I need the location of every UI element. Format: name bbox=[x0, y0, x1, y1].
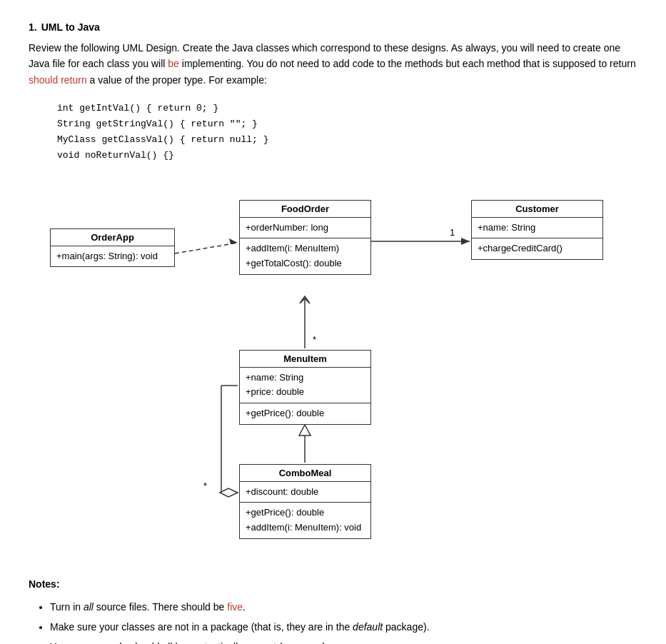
uml-title-combomeal: ComboMeal bbox=[240, 465, 370, 482]
notes-list: Turn in all source files. There should b… bbox=[29, 597, 637, 644]
svg-text:1: 1 bbox=[450, 227, 455, 238]
uml-title-menuitem: MenuItem bbox=[240, 351, 370, 368]
svg-marker-9 bbox=[299, 425, 311, 436]
uml-attrs-customer: +name: String bbox=[472, 218, 602, 238]
svg-marker-6 bbox=[300, 296, 310, 303]
uml-box-customer: Customer +name: String +chargeCreditCard… bbox=[471, 200, 603, 261]
uml-title-orderapp: OrderApp bbox=[51, 229, 174, 246]
svg-marker-1 bbox=[229, 238, 238, 244]
description: Review the following UML Design. Create … bbox=[29, 40, 637, 88]
notes-section: Notes: Turn in all source files. There s… bbox=[29, 578, 637, 644]
uml-box-combomeal: ComboMeal +discount: double +getPrice():… bbox=[239, 464, 371, 539]
code-block: int getIntVal() { return 0; } String get… bbox=[57, 101, 637, 163]
note-item-3: Your source code should all be syntactic… bbox=[50, 637, 637, 644]
uml-diagram: 1 * * OrderApp +main(args: String): void… bbox=[29, 186, 642, 557]
uml-methods-customer: +chargeCreditCard() bbox=[472, 238, 602, 259]
svg-line-0 bbox=[175, 243, 238, 253]
uml-methods-combomeal: +getPrice(): double+addItem(i: MenuItem)… bbox=[240, 502, 370, 538]
note-item-2: Make sure your classes are not in a pack… bbox=[50, 617, 637, 637]
note-item-1: Turn in all source files. There should b… bbox=[50, 597, 637, 617]
svg-text:*: * bbox=[313, 334, 316, 345]
uml-attrs-menuitem: +name: String+price: double bbox=[240, 368, 370, 403]
uml-box-menuitem: MenuItem +name: String+price: double +ge… bbox=[239, 350, 371, 425]
svg-marker-3 bbox=[461, 238, 470, 245]
section-number: 1. bbox=[29, 21, 37, 33]
uml-methods-menuitem: +getPrice(): double bbox=[240, 403, 370, 424]
uml-methods-orderapp: +main(args: String): void bbox=[51, 246, 174, 267]
uml-attrs-foodorder: +orderNumber: long bbox=[240, 218, 370, 238]
uml-box-foodorder: FoodOrder +orderNumber: long +addItem(i:… bbox=[239, 200, 371, 275]
svg-text:*: * bbox=[203, 481, 207, 491]
uml-title-customer: Customer bbox=[472, 201, 602, 218]
notes-title: Notes: bbox=[29, 578, 637, 590]
uml-title-foodorder: FoodOrder bbox=[240, 201, 370, 218]
section-title: UML to Java bbox=[41, 21, 100, 33]
uml-attrs-combomeal: +discount: double bbox=[240, 482, 370, 503]
svg-marker-13 bbox=[220, 488, 238, 497]
uml-methods-foodorder: +addItem(i: MenuItem)+getTotalCost(): do… bbox=[240, 238, 370, 274]
uml-box-orderapp: OrderApp +main(args: String): void bbox=[50, 228, 175, 268]
